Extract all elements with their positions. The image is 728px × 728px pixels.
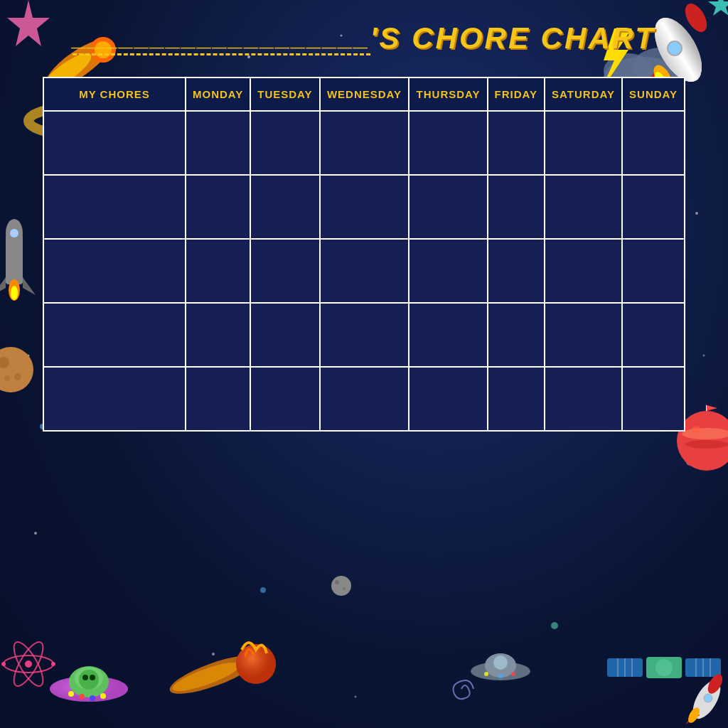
table-cell[interactable] [545, 175, 622, 239]
table-cell[interactable] [250, 175, 319, 239]
table-cell[interactable] [409, 303, 487, 367]
table-row [43, 239, 685, 303]
column-header-friday: FRIDAY [488, 77, 545, 111]
table-cell[interactable] [186, 239, 250, 303]
table-cell[interactable] [186, 175, 250, 239]
table-cell[interactable] [488, 239, 545, 303]
table-cell[interactable] [545, 111, 622, 175]
table-cell[interactable] [320, 239, 410, 303]
table-cell[interactable] [320, 175, 410, 239]
table-row [43, 111, 685, 175]
table-cell[interactable] [186, 111, 250, 175]
table-cell[interactable] [545, 303, 622, 367]
table-cell[interactable] [320, 303, 410, 367]
table-cell[interactable] [622, 111, 685, 175]
table-row [43, 175, 685, 239]
title-row: ___________________ 'S CHORE CHART [43, 21, 685, 55]
column-header-thursday: THURSDAY [409, 77, 487, 111]
table-cell[interactable] [488, 175, 545, 239]
table-cell[interactable] [622, 303, 685, 367]
column-header-wednesday: WEDNESDAY [320, 77, 410, 111]
table-cell[interactable] [409, 239, 487, 303]
table-cell[interactable] [545, 239, 622, 303]
table-cell[interactable] [43, 367, 186, 431]
table-cell[interactable] [409, 175, 487, 239]
table-cell[interactable] [43, 303, 186, 367]
table-cell[interactable] [622, 175, 685, 239]
table-cell[interactable] [545, 367, 622, 431]
table-row [43, 367, 685, 431]
table-cell[interactable] [43, 239, 186, 303]
chart-title: 'S CHORE CHART [370, 21, 655, 55]
table-cell[interactable] [488, 367, 545, 431]
table-cell[interactable] [320, 111, 410, 175]
table-cell[interactable] [186, 367, 250, 431]
table-cell[interactable] [488, 303, 545, 367]
table-header-row: MY CHORESMONDAYTUESDAYWEDNESDAYTHURSDAYF… [43, 77, 685, 111]
table-cell[interactable] [250, 367, 319, 431]
table-cell[interactable] [320, 367, 410, 431]
table-row [43, 303, 685, 367]
column-header-tuesday: TUESDAY [250, 77, 319, 111]
table-cell[interactable] [250, 239, 319, 303]
name-line[interactable]: ___________________ [73, 22, 370, 55]
table-cell[interactable] [622, 239, 685, 303]
table-cell[interactable] [622, 367, 685, 431]
column-header-saturday: SATURDAY [545, 77, 622, 111]
table-cell[interactable] [250, 111, 319, 175]
table-cell[interactable] [488, 111, 545, 175]
table-cell[interactable] [250, 303, 319, 367]
column-header-my-chores: MY CHORES [43, 77, 186, 111]
column-header-monday: MONDAY [186, 77, 250, 111]
table-cell[interactable] [186, 303, 250, 367]
table-cell[interactable] [409, 111, 487, 175]
table-cell[interactable] [43, 175, 186, 239]
column-header-sunday: SUNDAY [622, 77, 685, 111]
table-cell[interactable] [409, 367, 487, 431]
table-cell[interactable] [43, 111, 186, 175]
chore-table: MY CHORESMONDAYTUESDAYWEDNESDAYTHURSDAYF… [43, 77, 685, 432]
